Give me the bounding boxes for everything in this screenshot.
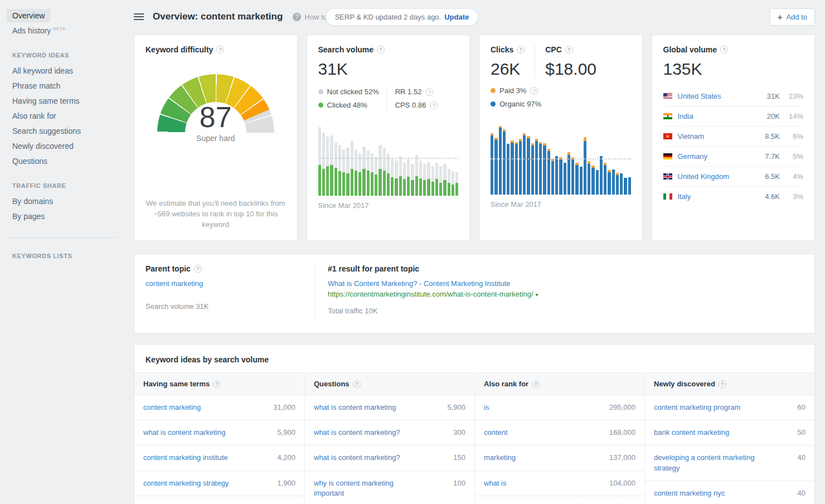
organic-row: Organic 97% xyxy=(491,100,541,108)
country-link[interactable]: Vietnam xyxy=(678,132,754,140)
help-icon[interactable]: ? xyxy=(719,380,726,388)
not-clicked-row: Not clicked 52% xyxy=(318,88,379,96)
parent-topic-keyword-link[interactable]: content marketing xyxy=(145,279,315,288)
paid-row: Paid 3% ? xyxy=(491,86,541,95)
country-row: Germany 7.7K 5% xyxy=(663,146,804,166)
country-link[interactable]: Germany xyxy=(678,152,754,161)
keyword-row: content168,000 xyxy=(475,420,644,445)
help-icon[interactable]: ? xyxy=(565,46,573,54)
country-share: 6% xyxy=(780,132,803,140)
search-volume-since: Since Mar 2017 xyxy=(318,201,459,210)
help-icon[interactable]: ? xyxy=(194,265,202,273)
country-row: United Kingdom 6.5K 4% xyxy=(663,166,804,186)
keyword-link[interactable]: content xyxy=(484,428,508,438)
sidebar-item-phrase-match[interactable]: Phrase match xyxy=(7,79,66,93)
country-link[interactable]: India xyxy=(678,112,754,120)
keyword-volume: 100 xyxy=(453,478,465,487)
keyword-link[interactable]: why is content marketing important xyxy=(314,478,420,498)
keyword-volume: 300 xyxy=(453,428,465,437)
keyword-volume: 1,900 xyxy=(277,478,295,487)
sidebar-item-by-domains[interactable]: By domains xyxy=(7,195,59,208)
country-link[interactable]: United Kingdom xyxy=(678,172,754,181)
keyword-link[interactable]: bank content marketing xyxy=(654,428,729,438)
not-clicked-label: Not clicked 52% xyxy=(327,88,379,96)
parent-topic-right: #1 result for parent topic What is Conte… xyxy=(316,264,538,323)
keyword-link[interactable]: what is content marketing? xyxy=(314,428,400,438)
global-volume-label: Global volume xyxy=(663,45,717,54)
top-result-url[interactable]: https://contentmarketinginstitute.com/wh… xyxy=(328,290,538,298)
keyword-difficulty-card: Keyword difficulty ? 87 Super hard We es… xyxy=(134,35,298,241)
keyword-row: content marketing institute4,200 xyxy=(134,445,304,471)
keyword-link[interactable]: is xyxy=(484,403,489,413)
rr-label: RR 1.52 xyxy=(395,88,422,96)
country-share: 14% xyxy=(780,112,803,120)
sidebar-item-by-pages[interactable]: By pages xyxy=(7,210,50,223)
beta-badge: BETA xyxy=(53,26,65,31)
search-volume-chart xyxy=(318,125,459,196)
keyword-link[interactable]: content marketing institute xyxy=(143,453,228,463)
keyword-link[interactable]: what is content marketing xyxy=(314,403,396,413)
help-icon[interactable]: ? xyxy=(216,46,224,54)
global-volume-title: Global volume ? xyxy=(663,45,804,54)
search-volume-stats: Not clicked 52% Clicked 48% RR 1.52 ? CP… xyxy=(318,88,459,114)
help-icon[interactable]: ? xyxy=(530,87,538,95)
ideas-column-having-same-terms: Having same terms ? content marketing31,… xyxy=(134,372,304,504)
keyword-link[interactable]: what is xyxy=(484,478,506,488)
keyword-link[interactable]: content marketing program xyxy=(654,403,740,413)
help-icon[interactable]: ? xyxy=(377,46,385,54)
help-icon[interactable]: ? xyxy=(532,380,540,388)
keyword-link[interactable]: content marketing nyc xyxy=(654,488,725,498)
keyword-link[interactable]: content marketing strategy xyxy=(143,478,229,488)
menu-icon[interactable] xyxy=(134,13,144,20)
sidebar-item-newly-discovered[interactable]: Newly discovered xyxy=(7,139,79,153)
keyword-ideas-card: Keyword ideas by search volume Having sa… xyxy=(134,344,815,504)
clicks-value: 26K xyxy=(491,60,525,79)
help-icon[interactable]: ? xyxy=(213,380,221,388)
sidebar-item-ads-history[interactable]: Ads historyBETA xyxy=(7,24,71,37)
country-volume: 6.5K xyxy=(753,172,780,181)
keyword-volume: 60 xyxy=(798,403,805,411)
how-to-help-icon[interactable]: ? xyxy=(293,13,301,21)
serp-updated-text: SERP & KD updated 2 days ago. xyxy=(335,13,441,21)
help-icon[interactable]: ? xyxy=(720,46,728,54)
keyword-row: what is104,000 xyxy=(475,471,644,496)
help-icon[interactable]: ? xyxy=(517,46,525,54)
search-volume-card: Search volume ? 31K Not clicked 52% Clic… xyxy=(307,35,470,241)
global-volume-card: Global volume ? 135K United States 31K 2… xyxy=(652,35,816,241)
sidebar-item-search-suggestions[interactable]: Search suggestions xyxy=(7,124,86,138)
add-to-button[interactable]: + Add to xyxy=(770,8,815,26)
update-button[interactable]: Update xyxy=(444,13,469,21)
sidebar-item-also-rank-for[interactable]: Also rank for xyxy=(7,109,62,123)
keyword-row: marketing137,000 xyxy=(475,445,644,471)
top-result-link[interactable]: What is Content Marketing? - Content Mar… xyxy=(328,279,538,288)
keyword-link[interactable]: marketing xyxy=(484,453,516,463)
help-icon[interactable]: ? xyxy=(430,101,438,109)
country-volume: 7.7K xyxy=(753,152,780,161)
clicked-dot-icon xyxy=(318,103,323,108)
country-link[interactable]: United States xyxy=(678,92,754,100)
help-icon[interactable]: ? xyxy=(353,380,361,388)
page-title: Overview: content marketing xyxy=(153,11,283,22)
sidebar-item-having-same-terms[interactable]: Having same terms xyxy=(7,94,85,108)
help-icon[interactable]: ? xyxy=(425,88,433,96)
sidebar-item-overview[interactable]: Overview xyxy=(7,9,50,22)
paid-dot-icon xyxy=(491,88,496,93)
section-keyword-ideas: KEYWORD IDEAS xyxy=(7,52,124,59)
section-traffic-share: TRAFFIC SHARE xyxy=(7,182,124,189)
country-link[interactable]: Italy xyxy=(678,192,754,201)
organic-dot-icon xyxy=(491,101,496,106)
parent-topic-card: Parent topic ? content marketing Search … xyxy=(134,254,815,333)
keyword-volume: 137,000 xyxy=(609,453,635,462)
keyword-link[interactable]: what is content marketing xyxy=(143,428,225,438)
caret-down-icon[interactable]: ▾ xyxy=(536,292,538,298)
cpc-value: $18.00 xyxy=(545,60,596,79)
sidebar-item-all-keyword-ideas[interactable]: All keyword ideas xyxy=(7,64,79,77)
keyword-volume: 168,000 xyxy=(609,428,635,437)
parent-topic-search-volume: Search volume 31K xyxy=(145,302,315,311)
sidebar-item-questions[interactable]: Questions xyxy=(7,154,53,168)
keyword-link[interactable]: developing a content marketing strategy xyxy=(654,453,760,473)
keyword-link[interactable]: what is content marketing? xyxy=(314,453,400,463)
keyword-row: developing a content marketing strategy4… xyxy=(645,445,814,481)
keyword-link[interactable]: content marketing xyxy=(143,403,201,413)
search-volume-title: Search volume ? xyxy=(318,45,459,54)
